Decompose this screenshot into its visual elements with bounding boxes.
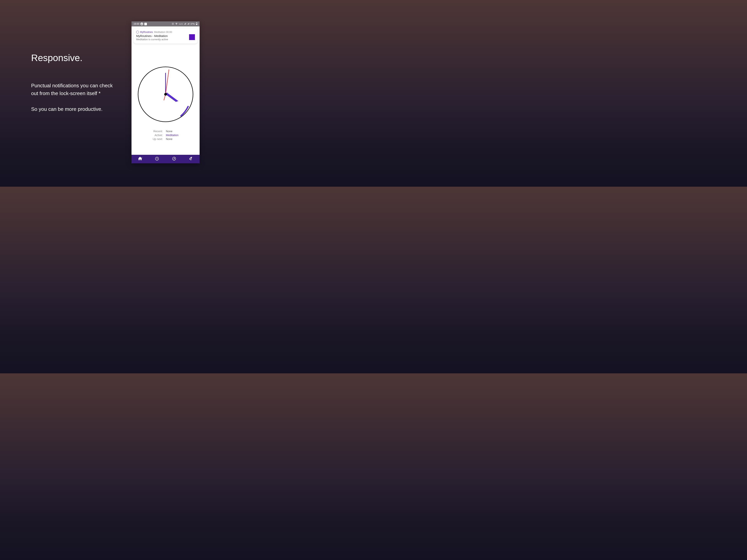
notification-card[interactable]: MyRoutines Meditation 00:00 MyRoutines -… <box>133 28 198 44</box>
statusbar-check-icon: ✓ <box>144 23 147 25</box>
home-icon <box>137 156 143 162</box>
nav-rocket[interactable] <box>183 155 200 163</box>
status-upnext-label: Up next: <box>151 137 164 141</box>
promo-copy: Responsive. Punctual notifications you c… <box>31 53 115 121</box>
svg-rect-4 <box>196 24 197 25</box>
status-recent-value: None <box>164 129 180 133</box>
svg-point-1 <box>176 24 177 25</box>
status-bar: 16:00 ◕ ✓ VoLTE 37% <box>131 21 200 26</box>
volte-label: VoLTE <box>179 23 183 25</box>
notification-title: MyRoutines - Meditation <box>136 34 195 37</box>
status-summary: Recent: None Active: Meditation Up next:… <box>131 129 200 141</box>
nav-home[interactable] <box>131 155 149 163</box>
battery-icon <box>196 22 198 25</box>
notification-app-name: MyRoutines <box>140 31 153 33</box>
nav-clock[interactable] <box>149 155 166 163</box>
notification-app-icon <box>136 31 139 33</box>
wifi-icon <box>175 23 178 25</box>
edit-icon <box>172 157 176 162</box>
battery-label: 37% <box>190 23 195 25</box>
status-active-label: Active: <box>151 133 164 137</box>
alarm-icon <box>172 23 174 25</box>
statusbar-app-icon: ◕ <box>140 23 143 25</box>
status-upnext-value: None <box>164 137 180 141</box>
status-recent-label: Recent: <box>151 129 164 133</box>
notification-meta: Meditation 00:00 <box>154 31 172 33</box>
statusbar-time: 16:00 <box>133 23 139 25</box>
nav-edit[interactable] <box>165 155 183 163</box>
svg-line-8 <box>165 70 169 94</box>
promo-text-1: Punctual notifications you can check out… <box>31 82 115 98</box>
status-recent-row: Recent: None <box>151 129 180 133</box>
status-active-value: Meditation <box>164 133 180 137</box>
notification-stop-button[interactable] <box>189 34 195 40</box>
clock-icon <box>155 157 159 162</box>
rocket-icon <box>189 156 194 162</box>
notification-body: Meditation is currently active <box>136 38 195 41</box>
status-active-row: Active: Meditation <box>151 133 180 137</box>
signal-icon-2 <box>187 23 189 25</box>
analog-clock <box>137 66 194 123</box>
status-upnext-row: Up next: None <box>151 137 180 141</box>
svg-marker-6 <box>165 92 178 102</box>
bottom-nav <box>131 155 200 163</box>
svg-point-10 <box>164 93 167 96</box>
phone-screenshot: 16:00 ◕ ✓ VoLTE 37% M <box>131 21 200 163</box>
promo-title: Responsive. <box>31 53 115 63</box>
signal-icon-1 <box>184 23 186 25</box>
svg-point-13 <box>191 158 191 158</box>
promo-text-2: So you can be more productive. <box>31 105 115 113</box>
